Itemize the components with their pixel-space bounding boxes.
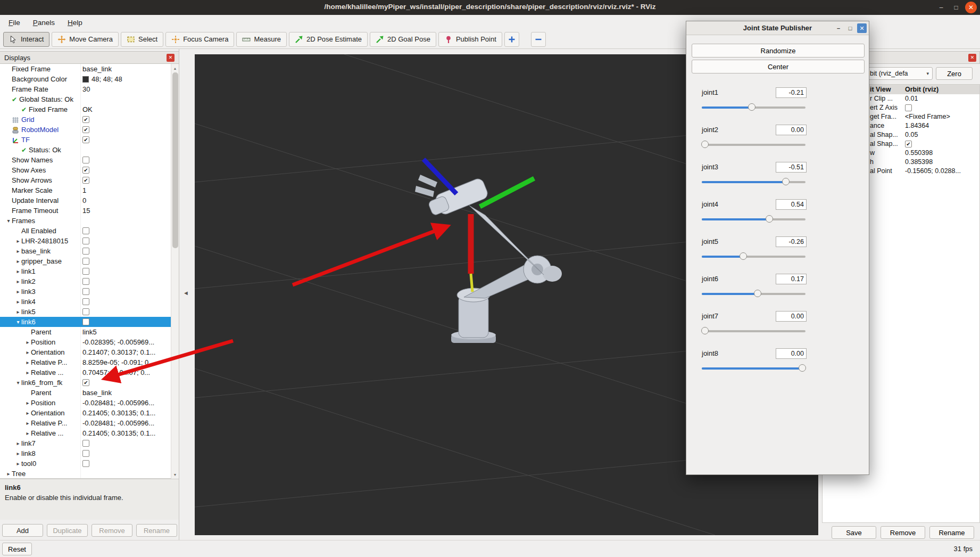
tree-row-relative[interactable]: ▸Relative ...0.21405; 0.30135; 0.1...: [0, 428, 179, 438]
reset-button[interactable]: Reset: [2, 543, 32, 555]
joint-slider-handle[interactable]: [740, 252, 747, 260]
joint-value-input[interactable]: 0.54: [776, 199, 807, 210]
joint-value-input[interactable]: -0.51: [776, 162, 807, 173]
scrollbar-thumb[interactable]: [172, 72, 178, 248]
add-tool-button[interactable]: [504, 32, 519, 47]
checkbox[interactable]: [82, 268, 89, 275]
expand-arrow-icon[interactable]: ▸: [15, 299, 21, 305]
menu-file[interactable]: File: [2, 17, 27, 29]
joint-slider-track[interactable]: [702, 144, 805, 146]
checkbox[interactable]: ✔: [82, 116, 89, 123]
tool-2d-pose-estimate[interactable]: 2D Pose Estimate: [289, 32, 368, 47]
expand-arrow-icon[interactable]: ▸: [15, 450, 21, 456]
checkbox[interactable]: ✔: [82, 379, 89, 386]
expand-arrow-icon[interactable]: ▸: [24, 359, 31, 365]
tree-row-marker-scale[interactable]: Marker Scale1: [0, 185, 179, 195]
collapse-arrow-icon[interactable]: ▾: [5, 218, 12, 224]
tree-row-position[interactable]: ▸Position-0.028395; -0.005969...: [0, 337, 179, 347]
joint-value-input[interactable]: -0.26: [776, 236, 807, 247]
tree-row-frame-timeout[interactable]: Frame Timeout15: [0, 206, 179, 216]
expand-arrow-icon[interactable]: ▸: [24, 410, 31, 416]
joint-slider-handle[interactable]: [766, 215, 773, 223]
displays-panel-header[interactable]: Displays ✕: [0, 51, 179, 64]
randomize-button[interactable]: Randomize: [692, 44, 865, 58]
expand-arrow-icon[interactable]: ▸: [24, 400, 31, 406]
tree-row-tree[interactable]: ▸Tree: [0, 469, 179, 479]
dialog-close-button[interactable]: ✕: [857, 23, 867, 33]
dialog-titlebar[interactable]: Joint State Publisher – □ ✕: [686, 21, 869, 35]
tool-focus-camera[interactable]: Focus Camera: [165, 32, 234, 47]
tree-row-frames[interactable]: ▾Frames: [0, 216, 179, 226]
scroll-up-icon[interactable]: ▲: [171, 64, 179, 72]
dialog-maximize-button[interactable]: □: [845, 23, 855, 33]
expand-arrow-icon[interactable]: ▸: [24, 349, 31, 355]
expand-arrow-icon[interactable]: ▸: [15, 289, 21, 294]
tool-interact[interactable]: Interact: [3, 32, 49, 47]
checkbox[interactable]: [82, 278, 89, 285]
tree-row-tool0[interactable]: ▸tool0: [0, 458, 179, 469]
expand-arrow-icon[interactable]: ▸: [15, 268, 21, 274]
scroll-down-icon[interactable]: ▼: [171, 471, 179, 478]
collapse-arrow-icon[interactable]: ▾: [15, 319, 21, 325]
joint-slider-handle[interactable]: [782, 178, 790, 185]
tree-row-fixed-frame[interactable]: Fixed Framebase_link: [0, 64, 179, 74]
expand-arrow-icon[interactable]: ▸: [15, 248, 21, 254]
joint-value-input[interactable]: 0.00: [776, 348, 807, 359]
joint-value-input[interactable]: 0.00: [776, 311, 807, 322]
panel-collapse-arrow[interactable]: ◄: [183, 290, 189, 296]
checkbox[interactable]: [82, 318, 89, 325]
expand-arrow-icon[interactable]: ▸: [24, 420, 31, 426]
titlebar[interactable]: /home/khalillee/myPiper_ws/install/piper…: [0, 0, 980, 15]
minimize-button[interactable]: –: [935, 2, 947, 13]
tool-move-camera[interactable]: Move Camera: [52, 32, 119, 47]
joint-slider-handle[interactable]: [701, 327, 709, 334]
expand-arrow-icon[interactable]: ▸: [15, 309, 21, 315]
checkbox[interactable]: [82, 460, 89, 467]
checkbox[interactable]: [82, 288, 89, 295]
expand-arrow-icon[interactable]: ▸: [24, 430, 31, 436]
close-button[interactable]: ✕: [965, 2, 977, 13]
tree-row-orientation[interactable]: ▸Orientation0.21405; 0.30135; 0.1...: [0, 408, 179, 418]
joint-slider-track[interactable]: [702, 218, 805, 220]
joint-slider-track[interactable]: [702, 367, 805, 370]
checkbox[interactable]: [905, 104, 912, 111]
tree-row-show-axes[interactable]: Show Axes✔: [0, 165, 179, 175]
expand-arrow-icon[interactable]: ▸: [15, 440, 21, 446]
tool-measure[interactable]: Measure: [236, 32, 287, 47]
joint-value-input[interactable]: 0.00: [776, 125, 807, 135]
tree-row-relative[interactable]: ▸Relative ...0.70457; -0.0...07; 0...: [0, 367, 179, 378]
tree-row-grid[interactable]: Grid✔: [0, 114, 179, 125]
tree-row-update-interval[interactable]: Update Interval0: [0, 195, 179, 206]
tree-row-global-status-ok[interactable]: ✔Global Status: Ok: [0, 94, 179, 104]
joint-slider-track[interactable]: [702, 181, 805, 183]
joint-slider-handle[interactable]: [701, 141, 709, 148]
checkbox[interactable]: [82, 237, 89, 244]
checkbox[interactable]: ✔: [82, 136, 89, 143]
joint-slider-handle[interactable]: [754, 290, 761, 297]
views-remove-button[interactable]: Remove: [881, 526, 925, 539]
tool-select[interactable]: Select: [121, 32, 163, 47]
checkbox[interactable]: [82, 227, 89, 234]
tree-row-link6-from-fk[interactable]: ▾link6_from_fk✔: [0, 378, 179, 388]
tree-row-fixed-frame[interactable]: ✔Fixed FrameOK: [0, 104, 179, 114]
views-save-button[interactable]: Save: [832, 526, 876, 539]
checkbox[interactable]: [82, 450, 89, 457]
dialog-minimize-button[interactable]: –: [834, 23, 843, 33]
expand-arrow-icon[interactable]: ▸: [15, 258, 21, 264]
tree-row-show-arrows[interactable]: Show Arrows✔: [0, 175, 179, 185]
tree-row-all-enabled[interactable]: All Enabled: [0, 226, 179, 236]
displays-scrollbar[interactable]: ▲ ▼: [171, 64, 179, 479]
tree-row-parent[interactable]: Parentbase_link: [0, 388, 179, 398]
expand-arrow-icon[interactable]: ▸: [15, 461, 21, 466]
joint-slider-track[interactable]: [702, 256, 805, 258]
checkbox[interactable]: ✔: [82, 167, 89, 174]
joint-slider-handle[interactable]: [799, 364, 806, 372]
tree-row-link8[interactable]: ▸link8: [0, 448, 179, 458]
joint-slider-track[interactable]: [702, 330, 805, 332]
checkbox[interactable]: ✔: [82, 126, 89, 133]
tree-row-frame-rate[interactable]: Frame Rate30: [0, 84, 179, 94]
tree-row-link5[interactable]: ▸link5: [0, 307, 179, 317]
tree-row-tf[interactable]: TF✔: [0, 135, 179, 145]
checkbox[interactable]: ✔: [905, 141, 912, 148]
joint-slider-handle[interactable]: [748, 103, 755, 111]
